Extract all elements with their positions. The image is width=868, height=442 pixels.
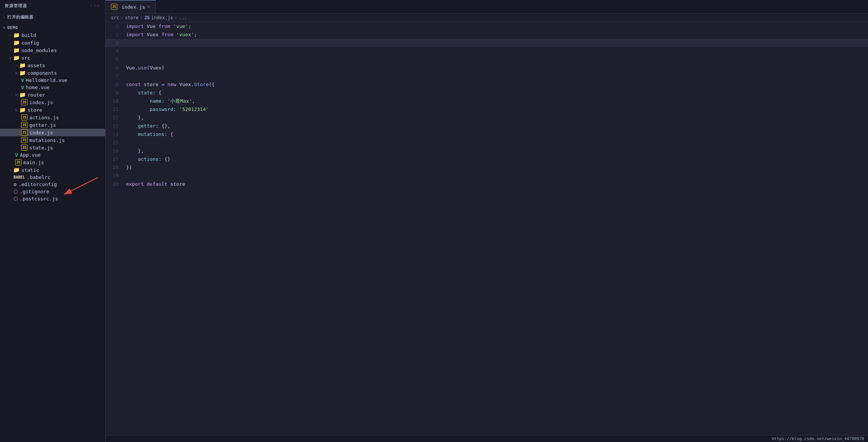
sidebar-item-gitignore[interactable]: ⬡ .gitignore <box>0 188 105 195</box>
line-content-18: }) <box>125 163 868 172</box>
tab-label: index.js <box>122 4 145 10</box>
code-line-19: 19 <box>106 172 868 180</box>
babelrc-icon: BABEL <box>14 175 25 179</box>
app-vue-label: App.vue <box>20 152 41 158</box>
line-content-12: }, <box>125 114 868 122</box>
sidebar-item-state[interactable]: JS state.js <box>0 144 105 151</box>
actions-label: actions.js <box>29 115 59 120</box>
line-number-14: 14 <box>106 130 125 139</box>
tab-index-js[interactable]: JS index.js × <box>106 0 156 13</box>
editorconfig-icon: ⚙ <box>14 182 17 187</box>
static-label: static <box>22 167 39 173</box>
state-js-icon: JS <box>21 145 28 151</box>
components-folder-icon: 📁 <box>19 70 26 76</box>
sidebar-item-main[interactable]: JS main.js <box>0 159 105 166</box>
sidebar-item-helloworld[interactable]: V HelloWorld.vue <box>0 77 105 84</box>
demo-title[interactable]: ∨ DEMO <box>0 24 105 31</box>
sidebar-item-getter[interactable]: JS getter.js <box>0 121 105 129</box>
sidebar-header: 资源管理器 ··· <box>0 0 105 12</box>
mutations-label: mutations.js <box>29 137 65 143</box>
assets-chevron: › <box>15 63 18 68</box>
breadcrumb-src[interactable]: src <box>111 15 119 20</box>
code-editor[interactable]: 1 import Vue from 'vue'; 2 import Vuex f… <box>106 22 868 435</box>
app-vue-icon: V <box>15 152 18 158</box>
sidebar-item-home[interactable]: V home.vue <box>0 84 105 91</box>
breadcrumb-dots[interactable]: ... <box>179 15 187 20</box>
tab-bar: JS index.js × <box>106 0 868 14</box>
line-number-10: 10 <box>106 97 125 105</box>
sidebar-item-config[interactable]: › 📁 config <box>0 39 105 46</box>
static-chevron: › <box>9 168 12 172</box>
static-folder-icon: 📁 <box>13 167 20 173</box>
line-number-12: 12 <box>106 114 125 122</box>
sidebar-item-babelrc[interactable]: BABEL .babelrc <box>0 174 105 181</box>
code-line-5: 5 <box>106 55 868 64</box>
src-label: src <box>22 55 30 61</box>
store-folder-icon: 📁 <box>19 107 26 113</box>
line-number-8: 8 <box>106 80 125 89</box>
breadcrumb-file[interactable]: index.js <box>151 15 173 20</box>
sidebar-item-mutations[interactable]: JS mutations.js <box>0 136 105 144</box>
config-label: config <box>22 40 39 46</box>
status-url: https://blog.csdn.net/weixin_44700978 <box>772 436 864 441</box>
code-line-3: 3 <box>106 39 868 47</box>
gitignore-label: .gitignore <box>20 189 49 194</box>
sidebar-item-editorconfig[interactable]: ⚙ .editorconfig <box>0 181 105 188</box>
router-chevron: ∨ <box>15 92 18 97</box>
code-line-16: 16 }, <box>106 147 868 155</box>
sidebar-item-build[interactable]: › 📁 build <box>0 31 105 39</box>
state-label: state.js <box>29 145 53 151</box>
line-number-11: 11 <box>106 105 125 114</box>
sidebar-item-postcss[interactable]: ⬡ .postcssrc.js <box>0 195 105 202</box>
line-number-18: 18 <box>106 163 125 172</box>
sidebar-item-router-index[interactable]: JS index.js <box>0 99 105 106</box>
node-modules-folder-icon: 📁 <box>13 47 20 53</box>
code-line-8: 8 const store = new Vuex.Store({ <box>106 80 868 89</box>
router-index-label: index.js <box>29 100 53 105</box>
sidebar-item-router[interactable]: ∨ 📁 router <box>0 91 105 99</box>
line-number-5: 5 <box>106 55 125 64</box>
assets-label: assets <box>28 63 45 68</box>
line-number-2: 2 <box>106 31 125 39</box>
sidebar-item-store-index[interactable]: JS index.js <box>0 129 105 136</box>
open-editors-title[interactable]: › 打开的编辑器 <box>0 13 105 21</box>
sidebar-item-assets[interactable]: › 📁 assets <box>0 62 105 69</box>
mutations-js-icon: JS <box>21 137 28 143</box>
config-folder-icon: 📁 <box>13 40 20 46</box>
line-content-20: export default store <box>125 180 868 188</box>
sidebar-item-components[interactable]: ∨ 📁 components <box>0 69 105 77</box>
sidebar-item-app-vue[interactable]: V App.vue <box>0 151 105 159</box>
tab-close-button[interactable]: × <box>147 4 150 9</box>
code-line-20: 20 export default store <box>106 180 868 188</box>
getter-label: getter.js <box>29 122 56 128</box>
build-label: build <box>22 32 36 38</box>
code-line-6: 6 Vue.use(Vuex) <box>106 64 868 72</box>
tab-js-icon: JS <box>111 4 117 10</box>
build-folder-icon: 📁 <box>13 32 20 38</box>
sidebar-item-static[interactable]: › 📁 static <box>0 166 105 174</box>
breadcrumb-sep1: › <box>121 15 123 20</box>
code-line-18: 18 }) <box>106 163 868 172</box>
store-chevron: ∨ <box>15 108 18 112</box>
code-line-15: 15 <box>106 139 868 147</box>
sidebar-item-actions[interactable]: JS actions.js <box>0 114 105 121</box>
postcss-icon: ⬡ <box>14 196 18 202</box>
line-content-13: getter: {}, <box>125 122 868 130</box>
line-content-2: import Vuex from 'vuex'; <box>125 31 868 39</box>
open-editors-section: › 打开的编辑器 <box>0 12 105 23</box>
line-content-8: const store = new Vuex.Store({ <box>125 80 868 89</box>
router-label: router <box>28 92 45 98</box>
code-line-10: 10 name: '小鹿Max', <box>106 97 868 105</box>
line-number-13: 13 <box>106 122 125 130</box>
router-folder-icon: 📁 <box>19 92 26 98</box>
sidebar-item-store[interactable]: ∨ 📁 store <box>0 106 105 114</box>
gitignore-icon: ⬡ <box>14 189 18 194</box>
code-line-1: 1 import Vue from 'vue'; <box>106 22 868 31</box>
sidebar-dots[interactable]: ··· <box>90 3 101 8</box>
code-line-13: 13 getter: {}, <box>106 122 868 130</box>
sidebar-item-node-modules[interactable]: › 📁 node_modules <box>0 46 105 54</box>
breadcrumb-store[interactable]: store <box>125 15 139 20</box>
line-content-6: Vue.use(Vuex) <box>125 64 868 72</box>
router-index-js-icon: JS <box>21 99 28 105</box>
sidebar-item-src[interactable]: ∨ 📁 src <box>0 54 105 62</box>
